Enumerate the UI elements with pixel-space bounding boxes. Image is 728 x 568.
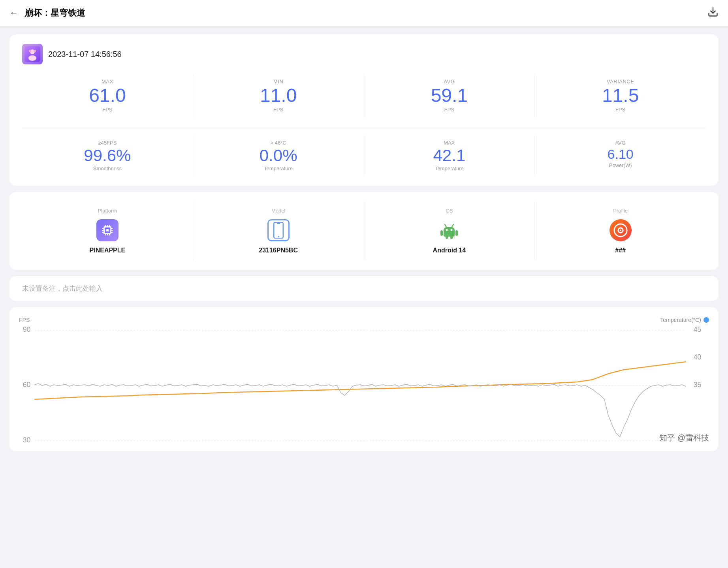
smoothness-value: 99.6% bbox=[84, 147, 131, 164]
svg-rect-21 bbox=[274, 222, 283, 238]
download-button[interactable] bbox=[707, 6, 719, 20]
svg-rect-22 bbox=[277, 223, 280, 224]
avg-power-value: 6.10 bbox=[608, 147, 634, 161]
main-content: 2023-11-07 14:56:56 MAX 61.0 FPS MIN 11.… bbox=[0, 26, 728, 459]
svg-rect-32 bbox=[455, 230, 458, 236]
back-button[interactable]: ← bbox=[9, 8, 18, 18]
svg-line-30 bbox=[452, 224, 453, 227]
svg-text:30: 30 bbox=[23, 436, 31, 444]
stats-card: 2023-11-07 14:56:56 MAX 61.0 FPS MIN 11.… bbox=[9, 34, 719, 186]
max-temp-label: MAX bbox=[444, 140, 455, 146]
avg-power-name: Power(W) bbox=[609, 162, 632, 168]
chart-temp-label: Temperature(°C) bbox=[660, 317, 709, 323]
fps-stats-grid: MAX 61.0 FPS MIN 11.0 FPS AVG 59.1 FPS V… bbox=[22, 74, 706, 117]
stat-avg-power: AVG 6.10 Power(W) bbox=[535, 135, 706, 176]
svg-point-5 bbox=[34, 50, 36, 52]
model-label: Model bbox=[271, 208, 285, 214]
chart-header: FPS Temperature(°C) bbox=[19, 317, 709, 323]
svg-rect-34 bbox=[450, 236, 453, 239]
max-temp-name: Temperature bbox=[435, 166, 464, 171]
svg-rect-20 bbox=[106, 229, 109, 231]
variance-fps-unit: FPS bbox=[615, 107, 625, 113]
profile-icon bbox=[609, 218, 632, 242]
note-card[interactable]: 未设置备注，点击此处输入 bbox=[9, 276, 719, 301]
phone-icon bbox=[267, 219, 290, 241]
svg-rect-26 bbox=[444, 232, 455, 237]
session-header: 2023-11-07 14:56:56 bbox=[22, 44, 706, 64]
svg-point-23 bbox=[278, 236, 279, 237]
header-left: ← 崩坏：星穹铁道 bbox=[9, 7, 85, 19]
stat-max-temp: MAX 42.1 Temperature bbox=[364, 135, 535, 176]
avg-fps-value: 59.1 bbox=[431, 86, 468, 105]
svg-text:45: 45 bbox=[694, 326, 702, 333]
variance-fps-label: VARIANCE bbox=[607, 79, 634, 85]
profile-name: ### bbox=[615, 247, 626, 254]
os-label: OS bbox=[446, 208, 453, 214]
min-fps-unit: FPS bbox=[273, 107, 283, 113]
platform-item: Platform bbox=[22, 201, 193, 260]
temp-threshold-name: Temperature bbox=[264, 166, 293, 171]
os-icon bbox=[437, 218, 461, 242]
stat-max-fps: MAX 61.0 FPS bbox=[22, 74, 193, 117]
min-fps-label: MIN bbox=[273, 79, 283, 85]
device-info-card: Platform bbox=[9, 192, 719, 270]
stat-min-fps: MIN 11.0 FPS bbox=[193, 74, 364, 117]
svg-point-4 bbox=[29, 50, 31, 52]
platform-name: PINEAPPLE bbox=[90, 247, 126, 254]
perf-stats-grid: ≥45FPS 99.6% Smoothness > 46°C 0.0% Temp… bbox=[22, 135, 706, 176]
avg-fps-label: AVG bbox=[444, 79, 455, 85]
svg-text:90: 90 bbox=[23, 326, 31, 333]
avg-fps-unit: FPS bbox=[444, 107, 454, 113]
variance-fps-value: 11.5 bbox=[602, 86, 639, 105]
svg-point-37 bbox=[620, 229, 621, 231]
avg-power-label: AVG bbox=[615, 140, 626, 146]
model-item: Model 23116PN5BC bbox=[193, 201, 364, 260]
max-fps-unit: FPS bbox=[102, 107, 112, 113]
smoothness-name: Smoothness bbox=[93, 166, 122, 171]
model-icon bbox=[267, 218, 290, 242]
svg-text:60: 60 bbox=[23, 381, 31, 389]
max-fps-value: 61.0 bbox=[89, 86, 126, 105]
svg-rect-33 bbox=[446, 236, 448, 239]
chart-area: 90 60 30 45 40 35 bbox=[19, 326, 709, 445]
watermark: 知乎 @雷科技 bbox=[659, 433, 709, 443]
model-name: 23116PN5BC bbox=[259, 247, 298, 254]
os-item: OS bbox=[364, 201, 535, 260]
app-header: ← 崩坏：星穹铁道 bbox=[0, 0, 728, 26]
profile-circle-icon bbox=[609, 219, 632, 241]
avatar bbox=[22, 44, 43, 64]
chart-fps-label: FPS bbox=[19, 317, 30, 323]
svg-text:40: 40 bbox=[694, 353, 702, 361]
smoothness-threshold-label: ≥45FPS bbox=[98, 140, 117, 146]
svg-rect-31 bbox=[440, 230, 443, 236]
chart-card: FPS Temperature(°C) 90 60 30 45 bbox=[9, 307, 719, 451]
temp-threshold-value: 0.0% bbox=[260, 147, 297, 164]
temp-threshold-label: > 46°C bbox=[270, 140, 286, 146]
stats-divider bbox=[22, 127, 706, 127]
fps-line bbox=[34, 384, 686, 437]
chart-svg: 90 60 30 45 40 35 bbox=[19, 326, 709, 445]
page-title: 崩坏：星穹铁道 bbox=[24, 7, 85, 19]
temperature-line bbox=[34, 362, 686, 399]
profile-item: Profile ### bbox=[535, 201, 706, 260]
svg-point-28 bbox=[451, 229, 453, 231]
stat-smoothness: ≥45FPS 99.6% Smoothness bbox=[22, 135, 193, 176]
min-fps-value: 11.0 bbox=[260, 86, 297, 105]
svg-point-27 bbox=[446, 229, 448, 231]
note-placeholder: 未设置备注，点击此处输入 bbox=[22, 285, 103, 292]
platform-icon bbox=[96, 218, 119, 242]
stat-variance-fps: VARIANCE 11.5 FPS bbox=[535, 74, 706, 117]
svg-line-29 bbox=[445, 224, 446, 227]
chip-icon bbox=[96, 219, 119, 241]
profile-label: Profile bbox=[613, 208, 628, 214]
platform-label: Platform bbox=[98, 208, 117, 214]
max-temp-value: 42.1 bbox=[433, 147, 466, 164]
temp-indicator-dot bbox=[704, 317, 709, 323]
max-fps-label: MAX bbox=[102, 79, 113, 85]
os-name: Android 14 bbox=[433, 247, 466, 254]
stat-temp-threshold: > 46°C 0.0% Temperature bbox=[193, 135, 364, 176]
device-grid: Platform bbox=[22, 201, 706, 260]
svg-point-3 bbox=[28, 55, 36, 61]
session-timestamp: 2023-11-07 14:56:56 bbox=[48, 50, 122, 59]
stat-avg-fps: AVG 59.1 FPS bbox=[364, 74, 535, 117]
